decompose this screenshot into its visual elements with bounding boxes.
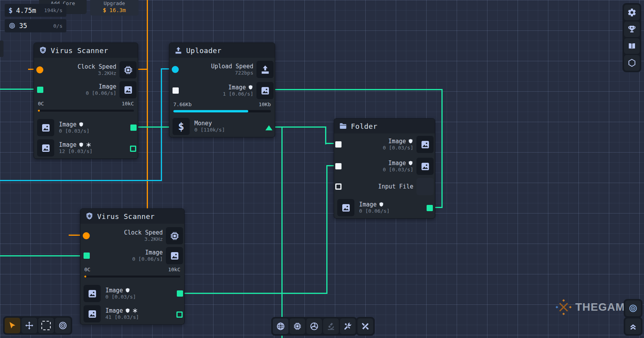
- port-output-image[interactable]: [427, 205, 433, 211]
- recenter-button[interactable]: [625, 301, 641, 316]
- port-output-image[interactable]: [130, 125, 137, 131]
- upgrade-button[interactable]: Upgrade $ 16.3m: [90, 0, 139, 16]
- node-header[interactable]: Uploader: [169, 43, 275, 58]
- node-uploader[interactable]: Uploader Upload Speed 722bps Image 1 [0.…: [169, 43, 275, 137]
- virus-icon: [132, 308, 138, 313]
- design-tools-button[interactable]: [358, 318, 373, 334]
- port-input-clock[interactable]: [36, 66, 43, 73]
- input-label: Image: [228, 84, 246, 91]
- node-virus-scanner-1[interactable]: Virus Scanner Clock Speed 3.2KHz Image 0…: [34, 43, 138, 159]
- shield-icon: [408, 160, 413, 166]
- upgrade-label: Upgrade: [104, 0, 125, 6]
- progress-bar: [173, 110, 271, 112]
- guide-button[interactable]: [624, 38, 640, 54]
- shield-icon: [125, 308, 130, 313]
- gear-icon: [627, 8, 637, 17]
- virus-icon: [86, 142, 91, 148]
- chip-icon: [293, 322, 302, 331]
- wire-green: [325, 126, 326, 144]
- node-virus-scanner-2[interactable]: Virus Scanner Clock Speed 3.2KHz Image 0…: [80, 208, 185, 325]
- research-button[interactable]: [323, 318, 339, 334]
- chip-button[interactable]: [119, 61, 137, 78]
- settings-button[interactable]: [624, 5, 640, 20]
- edit-toolbar: [3, 316, 72, 335]
- image-button[interactable]: [119, 81, 137, 98]
- input-label: Image: [99, 83, 116, 91]
- upload-icon: [260, 64, 270, 75]
- cursor-tool-button[interactable]: [5, 318, 20, 333]
- hardware-button[interactable]: [290, 318, 305, 334]
- chip-button[interactable]: [166, 227, 183, 244]
- upgrade-cost: 16.3m: [109, 7, 126, 13]
- node-folder[interactable]: Folder Image 0 [0.03/s] Image 0 [0.03/s]…: [334, 118, 435, 219]
- money-rate: 194k/s: [44, 7, 62, 13]
- image-button[interactable]: [37, 139, 54, 157]
- shield-icon: [408, 139, 413, 144]
- input-label: Clock Speed: [124, 229, 163, 237]
- image-button[interactable]: [37, 119, 54, 136]
- wire-orange: [137, 69, 148, 70]
- port-output-money[interactable]: [265, 125, 272, 130]
- image-button[interactable]: [84, 285, 101, 302]
- network-button[interactable]: [273, 318, 288, 334]
- port-input-image[interactable]: [173, 87, 179, 94]
- port-output-image-virus[interactable]: [130, 146, 136, 152]
- port-input-clock[interactable]: [83, 232, 90, 239]
- port-input-image-1[interactable]: [335, 141, 342, 148]
- empty-slot[interactable]: [416, 178, 434, 195]
- port-input-image[interactable]: [37, 87, 43, 93]
- node-title: Uploader: [186, 46, 222, 55]
- marquee-select-button[interactable]: [38, 318, 54, 333]
- image-button[interactable]: [166, 247, 183, 264]
- upload-button[interactable]: [256, 61, 274, 78]
- input-label: Image: [388, 138, 406, 145]
- image-button[interactable]: [84, 305, 101, 322]
- marquee-select-icon: [41, 321, 51, 330]
- money-amount: 4.75m: [16, 7, 36, 14]
- output-value: 0 [0.03/s]: [105, 294, 136, 300]
- input-label: Input File: [378, 183, 413, 190]
- node-header[interactable]: Virus Scanner: [80, 209, 184, 224]
- menu-rail: [623, 3, 641, 72]
- output-value: 0 [110k/s]: [194, 127, 225, 133]
- image-button[interactable]: [337, 199, 354, 216]
- shield-icon: [379, 202, 384, 207]
- tools-button[interactable]: [340, 318, 356, 334]
- node-title: Virus Scanner: [51, 46, 108, 55]
- port-input-upload-speed[interactable]: [172, 66, 179, 73]
- scroll-up-button[interactable]: [625, 318, 641, 334]
- money-button[interactable]: $: [173, 118, 190, 135]
- hexagon-icon: [627, 58, 637, 68]
- target-tool-button[interactable]: [55, 318, 71, 333]
- chip-icon: [123, 65, 133, 75]
- output-label: Image: [359, 201, 377, 208]
- cooling-button[interactable]: [306, 318, 322, 334]
- offscreen-node[interactable]: [0, 41, 4, 57]
- node-header[interactable]: Folder: [334, 119, 435, 133]
- input-value: 0 [0.03/s]: [383, 145, 413, 151]
- prestige-button[interactable]: [624, 55, 640, 71]
- port-output-image-virus[interactable]: [176, 311, 183, 318]
- input-value: 0 [0.06/s]: [132, 256, 163, 262]
- shield-virus-icon: [85, 212, 94, 221]
- input-value: 722bps: [235, 70, 253, 76]
- game-canvas[interactable]: Virus Scanner Clock Speed 3.2KHz Image 0…: [0, 0, 644, 338]
- port-input-image[interactable]: [84, 253, 90, 259]
- tools-icon: [343, 322, 352, 331]
- image-button[interactable]: [416, 158, 434, 175]
- wire-cyan: [0, 180, 162, 181]
- port-input-image-2[interactable]: [335, 163, 342, 169]
- move-tool-button[interactable]: [21, 318, 37, 333]
- book-icon: [627, 41, 637, 51]
- globe-icon: [276, 322, 285, 331]
- image-button[interactable]: [416, 136, 434, 153]
- port-output-image[interactable]: [177, 290, 183, 297]
- image-button[interactable]: [256, 82, 274, 99]
- shield-virus-icon: [39, 46, 47, 55]
- port-input-file[interactable]: [335, 183, 342, 190]
- image-icon: [41, 123, 51, 133]
- double-chevron-up-icon: [628, 322, 638, 331]
- image-icon: [420, 139, 431, 150]
- achievements-button[interactable]: [624, 21, 640, 37]
- node-header[interactable]: Virus Scanner: [34, 43, 138, 58]
